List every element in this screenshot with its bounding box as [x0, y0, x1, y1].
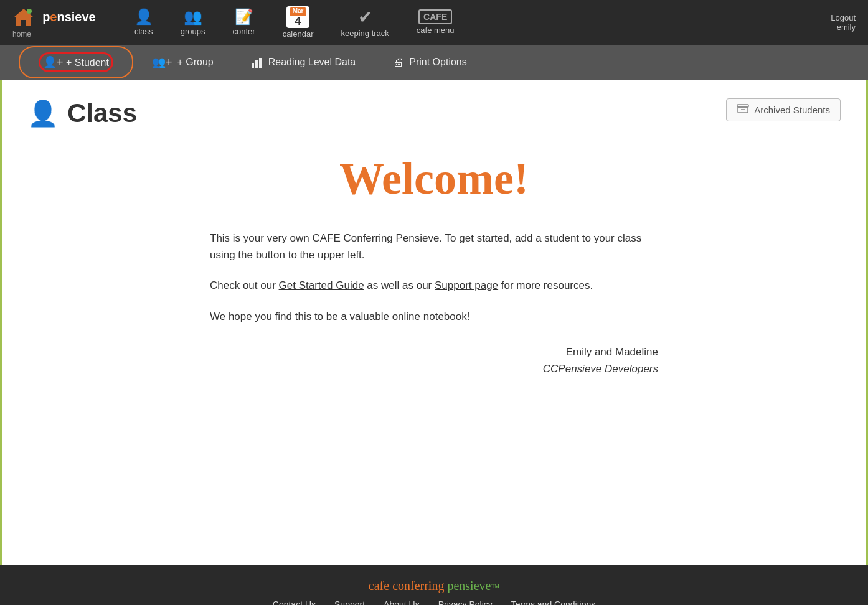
house-icon: [12, 6, 35, 29]
svg-rect-4: [259, 58, 262, 68]
svg-rect-2: [252, 63, 254, 68]
nav-keeping-track-label: keeping track: [341, 29, 389, 38]
nav-confer[interactable]: 📝 confer: [219, 8, 268, 36]
welcome-paragraph-1: This is your very own CAFE Conferring Pe…: [210, 230, 658, 263]
add-group-button[interactable]: 👥+ + Group: [133, 50, 232, 74]
add-student-label: + Student: [66, 57, 109, 68]
logout-link[interactable]: Logout: [831, 13, 856, 22]
footer-logo-text: cafe conferring: [369, 579, 448, 593]
nav-class[interactable]: 👤 class: [121, 8, 167, 36]
welcome-paragraph-3: We hope you find this to be a valuable o…: [210, 308, 658, 325]
main-content: 👤 Class Archived Students Welcome! This …: [0, 80, 868, 565]
add-student-icon: 👤+: [43, 56, 64, 68]
top-navigation: pensieve home 👤 class 👥 groups 📝 confer …: [0, 0, 868, 45]
welcome-section: Welcome! This is your very own CAFE Conf…: [27, 153, 841, 377]
calendar-icon: Mar 4: [286, 6, 310, 29]
logo-subtitle: home: [12, 30, 96, 39]
nav-confer-label: confer: [232, 27, 255, 36]
print-options-label: Print Options: [409, 57, 466, 68]
brand-name: pensieve: [12, 6, 96, 29]
archived-students-button[interactable]: Archived Students: [726, 98, 841, 121]
page-title: Class: [67, 98, 137, 128]
nav-calendar-label: calendar: [283, 29, 314, 39]
bar-chart-icon: [251, 55, 263, 68]
footer: cafe conferring pensieve™ Contact Us Sup…: [0, 565, 868, 605]
nav-cafe-label: cafe menu: [417, 26, 455, 35]
add-group-icon: 👥+: [152, 55, 172, 69]
footer-pensieve-text: pensieve: [447, 579, 491, 593]
groups-icon: 👥: [184, 8, 202, 26]
svg-rect-3: [255, 60, 258, 68]
footer-tm: ™: [491, 583, 499, 592]
welcome-paragraph-2: Check out our Get Started Guide as well …: [210, 277, 658, 294]
get-started-link[interactable]: Get Started Guide: [279, 279, 364, 291]
user-area: Logout emily: [831, 13, 856, 32]
nav-calendar[interactable]: Mar 4 calendar: [269, 6, 328, 39]
person-icon: 👤: [27, 99, 59, 128]
add-group-label: + Group: [177, 57, 213, 68]
nav-groups-label: groups: [181, 27, 205, 36]
signature: Emily and Madeline CCPensieve Developers: [210, 344, 658, 377]
nav-keeping-track[interactable]: ✔ keeping track: [328, 7, 403, 38]
archive-svg: [737, 104, 749, 114]
nav-class-label: class: [134, 27, 153, 36]
footer-logo: cafe conferring pensieve™: [0, 579, 868, 593]
reading-level-label: Reading Level Data: [268, 57, 356, 68]
footer-about-link[interactable]: About Us: [384, 599, 420, 605]
page-title-area: 👤 Class: [27, 98, 841, 128]
archive-icon: [737, 104, 749, 116]
logo[interactable]: pensieve home: [12, 6, 96, 39]
signature-name: Emily and Madeline: [210, 344, 658, 360]
add-student-button[interactable]: 👤+ + Student: [19, 46, 133, 78]
paragraph2-suffix: for more resources.: [498, 279, 593, 291]
footer-contact-link[interactable]: Contact Us: [273, 599, 316, 605]
footer-terms-link[interactable]: Terms and Conditions: [511, 599, 595, 605]
welcome-body: This is your very own CAFE Conferring Pe…: [210, 230, 658, 377]
calendar-month: Mar: [290, 7, 306, 16]
print-options-button[interactable]: 🖨 Print Options: [374, 51, 485, 74]
paragraph2-middle: as well as our: [364, 279, 435, 291]
toolbar: 👤+ + Student 👥+ + Group Reading Level Da…: [0, 45, 868, 80]
class-icon: 👤: [134, 8, 153, 26]
nav-groups[interactable]: 👥 groups: [167, 8, 219, 36]
archived-students-label: Archived Students: [754, 105, 830, 115]
footer-links: Contact Us Support About Us Privacy Poli…: [0, 599, 868, 605]
calendar-day: 4: [290, 16, 306, 28]
bar-chart-svg: [251, 57, 263, 69]
nav-cafe-menu[interactable]: CAFE cafe menu: [403, 9, 468, 35]
add-student-highlight: 👤+ + Student: [39, 52, 113, 72]
support-page-link[interactable]: Support page: [435, 279, 498, 291]
checkmark-icon: ✔: [358, 7, 372, 27]
reading-level-button[interactable]: Reading Level Data: [232, 50, 375, 73]
footer-support-link[interactable]: Support: [334, 599, 365, 605]
nav-items: 👤 class 👥 groups 📝 confer Mar 4 calendar…: [121, 6, 831, 39]
welcome-heading: Welcome!: [27, 153, 841, 205]
cafe-icon: CAFE: [418, 9, 452, 24]
footer-privacy-link[interactable]: Privacy Policy: [438, 599, 493, 605]
signature-title: CCPensieve Developers: [210, 360, 658, 377]
paragraph2-prefix: Check out our: [210, 279, 279, 291]
print-icon: 🖨: [393, 56, 404, 69]
confer-icon: 📝: [235, 8, 253, 26]
svg-point-1: [27, 9, 32, 14]
username-display: emily: [837, 22, 856, 32]
